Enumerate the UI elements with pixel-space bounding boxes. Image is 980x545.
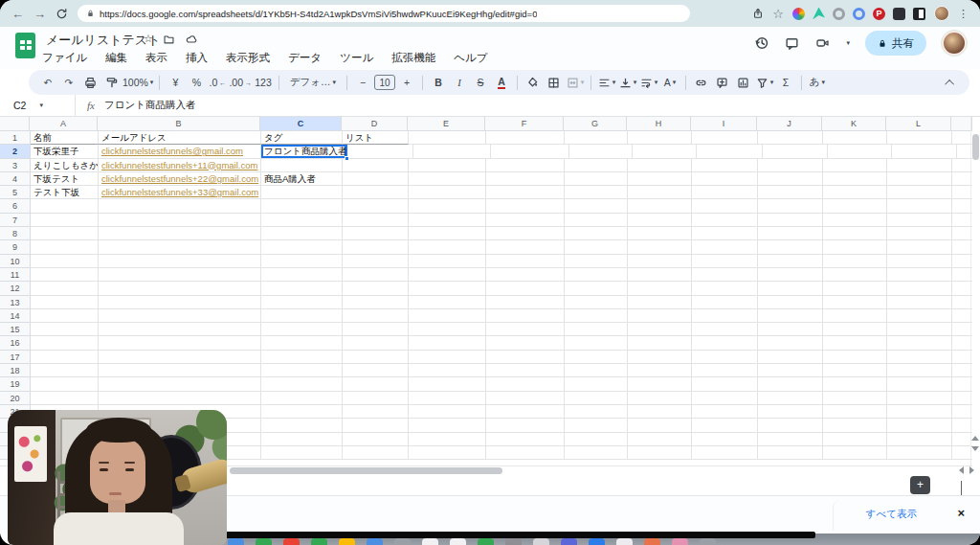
cell-F16[interactable] <box>486 336 565 350</box>
cell-C20[interactable] <box>261 392 343 405</box>
font-select[interactable]: デフォ…▾ <box>285 72 341 93</box>
cell-J7[interactable] <box>758 214 823 227</box>
cell-A13[interactable] <box>31 296 99 309</box>
cell-F1[interactable] <box>486 131 565 145</box>
cell-D14[interactable] <box>343 309 409 323</box>
cell-A20[interactable] <box>31 392 99 405</box>
address-bar[interactable]: https://docs.google.com/spreadsheets/d/1… <box>78 5 690 22</box>
increase-font-size-button[interactable]: + <box>397 72 416 93</box>
cell-C10[interactable] <box>261 255 343 268</box>
name-box-caret-icon[interactable]: ▾ <box>39 102 43 109</box>
cell-B5[interactable]: clickfunnelstestfunnels+33@gmail.com <box>99 186 261 199</box>
cell-F24[interactable] <box>486 446 565 460</box>
fill-color-button[interactable] <box>523 72 543 93</box>
font-size-input[interactable]: 10 <box>374 75 395 90</box>
cell-I20[interactable] <box>692 392 758 405</box>
cell-C24[interactable] <box>261 446 343 460</box>
cell-K24[interactable] <box>823 446 887 460</box>
formula-input[interactable]: フロント商品購入者 <box>104 99 195 112</box>
cell-H9[interactable] <box>628 240 692 254</box>
dock-app-icon-8[interactable] <box>450 538 466 545</box>
cell-L24[interactable] <box>887 446 952 460</box>
cell-C1[interactable]: タグ <box>261 131 343 145</box>
cell-I15[interactable] <box>692 323 758 336</box>
row-header-8[interactable]: 8 <box>0 227 31 240</box>
column-header-D[interactable]: D <box>342 117 408 131</box>
cell-B11[interactable] <box>99 268 261 282</box>
column-header-L[interactable]: L <box>886 117 951 131</box>
cell-G19[interactable] <box>565 377 628 391</box>
column-header-G[interactable]: G <box>564 117 627 131</box>
cell-K10[interactable] <box>823 255 887 268</box>
cell-x3[interactable] <box>952 159 972 172</box>
cell-J19[interactable] <box>758 377 823 391</box>
cell-E13[interactable] <box>409 296 486 309</box>
scroll-up-icon[interactable] <box>971 436 979 441</box>
cell-A9[interactable] <box>31 240 99 254</box>
dock-app-icon-16[interactable] <box>672 538 688 545</box>
menu-item-2[interactable]: 表示 <box>145 51 167 65</box>
cell-K2[interactable] <box>828 145 892 158</box>
text-wrap-button[interactable]: ▾ <box>639 72 658 93</box>
dock-app-icon-2[interactable] <box>283 538 300 545</box>
cell-H4[interactable] <box>628 172 692 186</box>
cell-D10[interactable] <box>343 255 409 268</box>
row-header-6[interactable]: 6 <box>0 199 31 213</box>
dock-app-icon-6[interactable] <box>394 538 411 545</box>
cell-C6[interactable] <box>261 199 343 213</box>
cell-K16[interactable] <box>823 336 887 350</box>
cell-F2[interactable] <box>491 145 569 158</box>
cell-H2[interactable] <box>633 145 697 158</box>
cell-D4[interactable] <box>343 172 409 186</box>
cell-D1[interactable]: リスト <box>343 131 409 145</box>
account-avatar[interactable] <box>942 31 967 56</box>
column-header-A[interactable]: A <box>30 117 98 131</box>
cell-J24[interactable] <box>758 446 823 460</box>
horizontal-scroll-buttons[interactable] <box>959 466 974 474</box>
cell-x13[interactable] <box>952 296 972 309</box>
cell-D11[interactable] <box>343 268 409 282</box>
cell-G1[interactable] <box>565 131 628 145</box>
cell-I14[interactable] <box>692 309 758 323</box>
cell-J3[interactable] <box>758 159 823 172</box>
cell-H23[interactable] <box>628 433 692 446</box>
dock-app-icon-3[interactable] <box>311 538 327 545</box>
dock-app-icon-13[interactable] <box>589 538 605 545</box>
cell-D5[interactable] <box>343 186 409 199</box>
cell-C16[interactable] <box>261 336 343 350</box>
cell-x15[interactable] <box>952 323 972 336</box>
browser-menu-icon[interactable]: ⋮ <box>958 8 969 20</box>
row-header-19[interactable]: 19 <box>0 377 31 391</box>
cell-J18[interactable] <box>758 364 823 377</box>
cell-F18[interactable] <box>486 364 565 377</box>
cell-A18[interactable] <box>31 364 99 377</box>
cell-K12[interactable] <box>823 282 887 295</box>
dock-app-icon-7[interactable] <box>422 538 438 545</box>
column-header-partial[interactable] <box>951 117 972 131</box>
cell-C18[interactable] <box>261 364 343 377</box>
cell-J6[interactable] <box>758 199 823 213</box>
cell-J13[interactable] <box>758 296 823 309</box>
cell-F21[interactable] <box>486 405 565 419</box>
cell-C11[interactable] <box>261 268 343 282</box>
horizontal-scrollbar[interactable] <box>230 467 502 474</box>
cell-A3[interactable]: えりこしもさか <box>31 159 99 172</box>
cell-G7[interactable] <box>565 214 628 227</box>
cell-J11[interactable] <box>758 268 823 282</box>
cell-K5[interactable] <box>823 186 887 199</box>
cell-x20[interactable] <box>952 392 972 405</box>
cloud-status-icon[interactable] <box>185 34 198 45</box>
cell-L8[interactable] <box>887 227 952 240</box>
cell-J17[interactable] <box>758 351 823 364</box>
cell-A15[interactable] <box>31 323 99 336</box>
menu-item-1[interactable]: 編集 <box>105 51 127 65</box>
cell-G21[interactable] <box>565 405 628 419</box>
cell-K9[interactable] <box>823 240 887 254</box>
cell-B13[interactable] <box>99 296 261 309</box>
format-currency-button[interactable]: ¥ <box>166 72 185 93</box>
cell-G13[interactable] <box>565 296 628 309</box>
cell-D8[interactable] <box>343 227 409 240</box>
cell-x22[interactable] <box>952 419 972 432</box>
redo-button[interactable]: ↷ <box>59 72 78 93</box>
scroll-right-icon[interactable] <box>969 466 974 474</box>
